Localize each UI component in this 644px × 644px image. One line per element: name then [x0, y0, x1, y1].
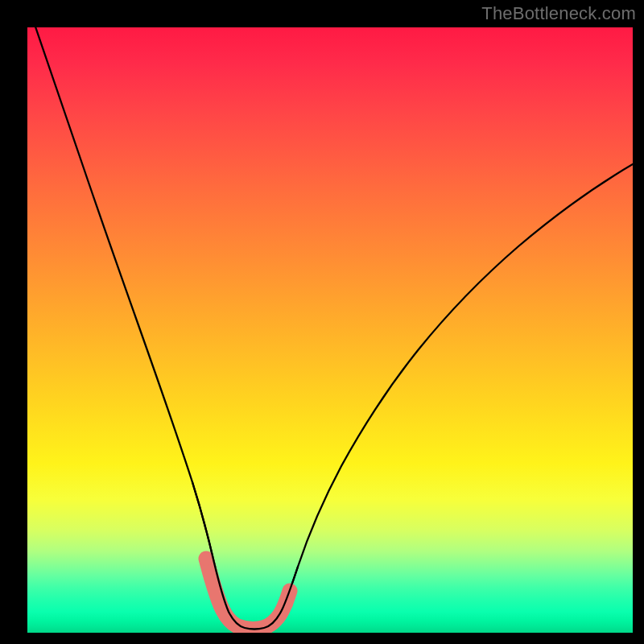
plot-area	[27, 27, 633, 633]
watermark-text: TheBottleneck.com	[481, 3, 636, 24]
chart-frame: TheBottleneck.com	[0, 0, 644, 644]
bottleneck-curve	[27, 27, 633, 630]
chart-svg	[27, 27, 633, 633]
